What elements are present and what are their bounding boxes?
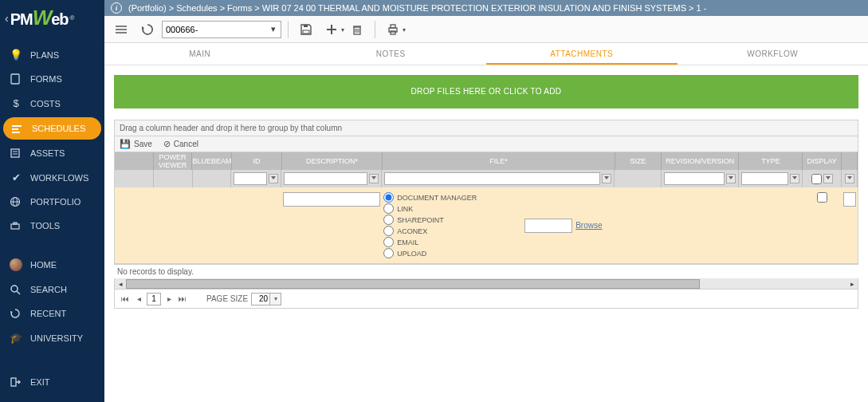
history-button[interactable]: [136, 18, 159, 41]
toolbar: 000666- ▾ ▾ ▾: [104, 16, 868, 43]
check-icon: ✔: [10, 171, 22, 183]
grid-filter-row: [115, 170, 858, 187]
tab-attachments[interactable]: ATTACHMENTS: [486, 43, 678, 65]
col-blank: [115, 152, 154, 170]
pager-first-button[interactable]: ⏮: [120, 294, 131, 305]
svg-rect-35: [391, 31, 395, 34]
grid-save-button[interactable]: 💾 Save: [120, 139, 152, 149]
content: DROP FILES HERE OR CLICK TO ADD Drag a c…: [104, 65, 868, 402]
col-extra: [842, 152, 858, 170]
tab-main[interactable]: MAIN: [104, 43, 296, 65]
list-button[interactable]: [111, 18, 133, 41]
scroll-left-icon[interactable]: ◂: [115, 278, 126, 290]
col-size[interactable]: SIZE: [615, 152, 662, 170]
delete-button[interactable]: [346, 18, 368, 41]
filter-type-input[interactable]: [741, 172, 788, 185]
col-description[interactable]: DESCRIPTION*: [282, 152, 383, 170]
collapse-icon[interactable]: ‹: [5, 12, 9, 25]
radio-doc-manager[interactable]: DOCUMENT MANAGER: [383, 192, 477, 203]
grid-cancel-button[interactable]: ⊘ Cancel: [163, 139, 198, 149]
col-display[interactable]: DISPLAY: [803, 152, 842, 170]
search-icon: [10, 284, 22, 295]
filter-icon[interactable]: [790, 174, 799, 183]
display-checkbox[interactable]: [817, 192, 827, 203]
sidebar-item-label: WORKFLOWS: [30, 173, 88, 183]
sidebar-item-assets[interactable]: ASSETS: [0, 141, 104, 165]
svg-rect-4: [11, 149, 19, 157]
add-button[interactable]: ▾: [320, 18, 343, 41]
save-button[interactable]: [295, 18, 317, 41]
filter-icon[interactable]: [823, 174, 833, 183]
col-bluebeam[interactable]: BLUEBEAM: [192, 152, 232, 170]
filter-icon[interactable]: [845, 174, 854, 183]
scroll-right-icon[interactable]: ▸: [846, 278, 858, 290]
col-id[interactable]: ID: [232, 152, 281, 170]
col-type[interactable]: TYPE: [739, 152, 803, 170]
sidebar-item-label: UNIVERSITY: [30, 333, 83, 343]
sidebar-item-label: PLANS: [30, 50, 59, 60]
radio-sharepoint[interactable]: SHAREPOINT: [383, 215, 477, 225]
print-button[interactable]: ▾: [382, 18, 404, 41]
svg-line-13: [17, 291, 20, 294]
tab-workflow[interactable]: WORKFLOW: [678, 43, 869, 65]
filter-icon[interactable]: [726, 174, 736, 183]
sidebar-item-university[interactable]: 🎓 UNIVERSITY: [0, 325, 104, 350]
sidebar-item-exit[interactable]: EXIT: [0, 370, 104, 394]
radio-upload[interactable]: UPLOAD: [383, 248, 477, 258]
col-power-viewer[interactable]: POWER VIEWER: [154, 152, 193, 170]
sidebar-item-forms[interactable]: FORMS: [0, 67, 104, 91]
pager-next-button[interactable]: ▸: [163, 294, 175, 305]
filter-icon[interactable]: [369, 174, 379, 183]
cancel-icon: ⊘: [163, 139, 171, 149]
tab-notes[interactable]: NOTES: [296, 43, 487, 65]
dropzone[interactable]: DROP FILES HERE OR CLICK TO ADD: [114, 75, 858, 108]
filter-id-input[interactable]: [234, 172, 266, 185]
col-file[interactable]: FILE*: [383, 152, 615, 170]
grid-header: POWER VIEWER BLUEBEAM ID DESCRIPTION* FI…: [115, 152, 858, 170]
browse-link[interactable]: Browse: [575, 221, 602, 230]
file-path-input[interactable]: [524, 219, 572, 233]
sidebar-item-label: PORTFOLIO: [30, 197, 81, 207]
horizontal-scrollbar[interactable]: ◂ ▸: [114, 278, 858, 290]
group-by-bar[interactable]: Drag a column header and drop it here to…: [114, 120, 858, 136]
filter-file-input[interactable]: [384, 172, 600, 185]
globe-icon: [10, 196, 22, 207]
filter-desc-input[interactable]: [284, 172, 368, 185]
sidebar-item-home[interactable]: HOME: [0, 252, 104, 278]
sidebar-item-search[interactable]: SEARCH: [0, 278, 104, 302]
extra-input[interactable]: [843, 192, 856, 207]
filter-display-checkbox[interactable]: [811, 174, 822, 184]
col-revision[interactable]: REVISION/VERSION: [662, 152, 739, 170]
pager-prev-button[interactable]: ◂: [133, 294, 144, 305]
info-icon[interactable]: i: [111, 2, 122, 14]
sidebar-item-tools[interactable]: TOOLS: [0, 214, 104, 238]
sidebar-item-recent[interactable]: RECENT: [0, 302, 104, 325]
sidebar-item-plans[interactable]: 💡 PLANS: [0, 42, 104, 67]
radio-aconex[interactable]: ACONEX: [383, 226, 477, 236]
filter-rev-input[interactable]: [664, 172, 725, 185]
svg-point-22: [116, 32, 117, 34]
scroll-thumb[interactable]: [126, 279, 700, 289]
radio-email[interactable]: EMAIL: [383, 237, 477, 247]
sidebar-item-label: COSTS: [30, 99, 61, 108]
description-input[interactable]: [283, 192, 381, 207]
sidebar-item-label: RECENT: [30, 309, 66, 318]
record-selector[interactable]: 000666- ▾: [162, 21, 281, 38]
pager-last-button[interactable]: ⏭: [177, 294, 188, 305]
sidebar-item-portfolio[interactable]: PORTFOLIO: [0, 190, 104, 214]
attachments-grid: POWER VIEWER BLUEBEAM ID DESCRIPTION* FI…: [114, 152, 858, 265]
sidebar-item-label: FORMS: [30, 74, 62, 84]
sidebar-item-workflows[interactable]: ✔ WORKFLOWS: [0, 165, 104, 190]
sidebar-item-costs[interactable]: $ COSTS: [0, 91, 104, 116]
sidebar-item-schedules[interactable]: SCHEDULES: [3, 117, 101, 140]
pagesize-dropdown[interactable]: ▾: [270, 293, 281, 305]
filter-icon[interactable]: [602, 174, 611, 183]
radio-link[interactable]: LINK: [383, 203, 477, 214]
tabs: MAIN NOTES ATTACHMENTS WORKFLOW: [104, 43, 868, 65]
pager: ⏮ ◂ ▸ ⏭ PAGE SIZE ▾: [114, 290, 858, 309]
sidebar-item-label: ASSETS: [30, 148, 65, 158]
pager-page-input[interactable]: [147, 293, 161, 305]
svg-rect-3: [12, 132, 20, 133]
filter-icon[interactable]: [269, 174, 278, 183]
pagesize-input[interactable]: [251, 293, 270, 305]
